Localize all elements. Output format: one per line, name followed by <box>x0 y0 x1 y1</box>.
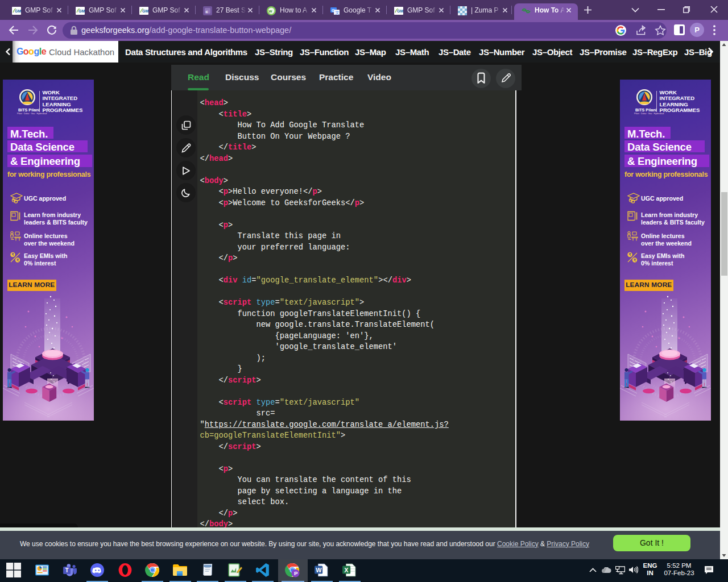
svg-text:c: c <box>206 9 209 14</box>
svg-text:T: T <box>65 567 69 573</box>
svg-text:W: W <box>316 567 322 573</box>
svg-text:P: P <box>294 570 298 576</box>
svg-text:X: X <box>344 567 349 573</box>
svg-text:GMP: GMP <box>78 9 85 13</box>
svg-text:文: 文 <box>336 10 340 14</box>
svg-text:w: w <box>268 9 272 14</box>
svg-text:GMP: GMP <box>397 9 403 13</box>
svg-text:GMP: GMP <box>15 9 21 13</box>
svg-text:GMP: GMP <box>142 9 148 13</box>
